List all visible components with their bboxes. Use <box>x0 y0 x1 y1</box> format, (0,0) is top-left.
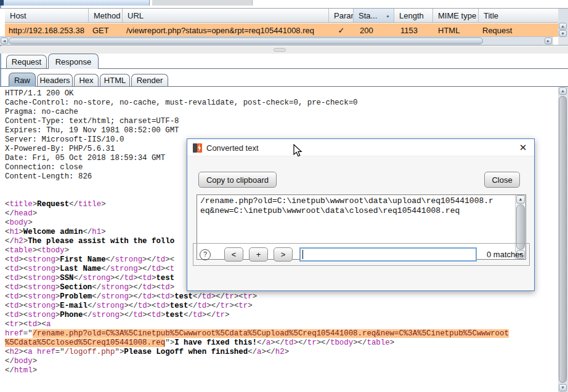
proxy-history-table: Host Method URL Params Sta... ▲ Length M… <box>0 8 558 46</box>
previous-match-button[interactable]: < <box>224 247 243 262</box>
cell-status: 200 <box>354 23 394 37</box>
table-row[interactable]: http://192.168.253.38 GET /viewreport.ph… <box>5 23 558 37</box>
response-line: <td><strong>Problem</strong></td><td>tes… <box>5 292 558 302</box>
table-header-row: Host Method URL Params Sta... ▲ Length M… <box>5 9 558 23</box>
scroll-up-icon[interactable]: ▲ <box>559 87 567 95</box>
column-header-title[interactable]: Title <box>479 9 558 22</box>
close-icon[interactable]: ✕ <box>517 142 529 154</box>
splitter-handle[interactable] <box>274 48 286 52</box>
burp-app-icon <box>193 143 202 154</box>
response-line: <td><strong>Phone</strong></td><td>test<… <box>5 311 558 320</box>
column-header-host[interactable]: Host <box>5 9 89 22</box>
scroll-down-icon[interactable]: ▼ <box>559 384 567 391</box>
tab-html[interactable]: HTML <box>100 74 130 87</box>
response-line: Cache-Control: no-store, no-cache, must-… <box>5 98 558 108</box>
copy-to-clipboard-button[interactable]: Copy to clipboard <box>198 172 277 188</box>
converted-text-dialog: Converted text ✕ Copy to clipboard Close… <box>187 138 535 291</box>
dialog-title: Converted text <box>206 143 259 153</box>
response-line: </body> <box>5 357 558 366</box>
response-line: Pragma: no-cache <box>5 108 558 117</box>
cell-title: Request <box>479 23 558 37</box>
response-line: <h2><a href="/logoff.php">Please Logoff … <box>5 348 558 357</box>
response-line: Content-Type: text/html; charset=UTF-8 <box>5 117 558 126</box>
converted-text-content: /rename.php?old=C:\inetpub\wwwroot\data\… <box>200 196 513 216</box>
response-line: <tr><td><a <box>5 320 558 329</box>
horizontal-scrollbar[interactable]: ◄ ► <box>0 36 553 45</box>
tab-hex[interactable]: Hex <box>74 74 99 87</box>
scroll-right-icon[interactable]: ► <box>545 38 552 44</box>
scroll-up-icon[interactable]: ▲ <box>516 195 525 204</box>
scrollbar-corner <box>558 37 568 46</box>
table-vertical-scrollbar[interactable]: ▲ ▼ <box>558 8 568 37</box>
main-tab-fragment[interactable] <box>152 0 253 6</box>
tab-underline <box>0 86 568 87</box>
tab-render[interactable]: Render <box>131 74 168 87</box>
burp-window: Host Method URL Params Sta... ▲ Length M… <box>0 0 568 392</box>
dialog-title-bar: Converted text ✕ <box>187 139 534 156</box>
response-vertical-scrollbar[interactable]: ▲ ▼ <box>558 87 568 392</box>
column-header-length[interactable]: Length <box>394 9 433 22</box>
column-header-status-label: Sta... <box>359 11 377 20</box>
help-icon[interactable]: ? <box>200 249 211 260</box>
scroll-up-icon[interactable]: ▲ <box>559 23 567 30</box>
tab-request[interactable]: Request <box>6 55 47 69</box>
cell-mime-type: HTML <box>433 23 479 37</box>
response-scrollbar-thumb[interactable] <box>559 96 567 383</box>
tab-headers[interactable]: Headers <box>37 74 73 87</box>
horizontal-scrollbar-thumb[interactable] <box>9 38 483 44</box>
cell-length: 1153 <box>394 23 433 37</box>
scroll-down-icon[interactable]: ▼ <box>559 30 567 37</box>
column-header-mime-type[interactable]: MIME type <box>433 9 479 22</box>
response-line: </html> <box>5 366 558 375</box>
next-match-button[interactable]: > <box>274 247 293 262</box>
response-line: href="/rename.php?old=C%3A%5Cinetpub%5Cw… <box>5 329 558 338</box>
column-header-url[interactable]: URL <box>123 9 329 22</box>
cell-method: GET <box>89 23 123 37</box>
mouse-cursor <box>293 144 306 160</box>
response-view-tabs: Raw Headers Hex HTML Render <box>0 72 568 87</box>
add-button[interactable]: + <box>249 247 268 262</box>
tab-response[interactable]: Response <box>48 54 99 69</box>
tab-raw[interactable]: Raw <box>9 73 36 87</box>
response-line: %5Cdata%5Cclosed%5Creq105441008.req">I h… <box>5 338 558 348</box>
column-header-method[interactable]: Method <box>89 9 123 22</box>
cell-host: http://192.168.253.38 <box>5 23 89 37</box>
search-panel: ? < + > 0 matches <box>193 243 530 266</box>
column-header-params[interactable]: Params <box>329 9 354 22</box>
column-header-status[interactable]: Sta... ▲ <box>354 9 394 22</box>
scroll-left-icon[interactable]: ◄ <box>1 38 8 44</box>
cell-url: /viewreport.php?status=open&rpt=req10544… <box>123 23 329 37</box>
splitter <box>0 46 568 54</box>
match-count-label: 0 matches <box>487 250 524 259</box>
message-editor-tabs: Request Response <box>0 54 568 69</box>
response-line: Expires: Thu, 19 Nov 1981 08:52:00 GMT <box>5 126 558 135</box>
search-input-field[interactable] <box>301 249 476 260</box>
main-tab-selected-fragment[interactable] <box>4 0 150 6</box>
sort-ascending-icon: ▲ <box>386 14 390 18</box>
params-checkmark-icon: ✓ <box>329 23 354 37</box>
response-line: <td><strong>E-mail</strong></td><td>test… <box>5 302 558 311</box>
close-button[interactable]: Close <box>484 172 520 188</box>
response-line: HTTP/1.1 200 OK <box>5 89 558 98</box>
search-input[interactable] <box>299 247 477 262</box>
text-caret <box>302 250 303 259</box>
